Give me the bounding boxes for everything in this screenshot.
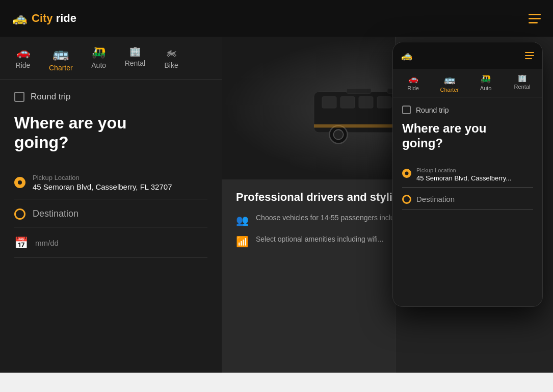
date-input-group[interactable]: 📅 mm/dd <box>14 229 207 257</box>
left-panel: 🚗 Ride 🚌 Charter 🛺 Auto 🏢 Rental 🏍 Bike <box>0 37 222 392</box>
auto-icon: 🛺 <box>92 46 106 59</box>
tab-bike[interactable]: 🏍 Bike <box>153 37 189 79</box>
mobile-tab-rental[interactable]: 🏢 Rental <box>504 69 540 97</box>
mobile-pickup-dot <box>402 169 411 178</box>
logo-city: City <box>32 12 53 24</box>
charter-icon: 🚌 <box>52 46 69 62</box>
destination-dot <box>14 208 25 220</box>
mobile-tab-charter[interactable]: 🚌 Charter <box>431 69 467 97</box>
mobile-ride-icon: 🚗 <box>408 74 418 84</box>
mobile-destination-dot <box>402 195 411 204</box>
mobile-where-heading: Where are you going? <box>402 121 533 151</box>
mobile-round-trip-checkbox[interactable] <box>402 106 411 114</box>
category-tabs: 🚗 Ride 🚌 Charter 🛺 Auto 🏢 Rental 🏍 Bike <box>0 37 222 80</box>
mobile-tab-rental-label: Rental <box>514 84 530 90</box>
rental-icon: 🏢 <box>129 46 141 57</box>
round-trip-row: Round trip <box>14 92 207 102</box>
svg-rect-2 <box>322 97 336 108</box>
tab-charter-label: Charter <box>49 64 73 72</box>
tab-charter[interactable]: 🚌 Charter <box>41 37 81 79</box>
mobile-hamburger-button[interactable] <box>525 52 534 59</box>
bike-icon: 🏍 <box>166 46 177 59</box>
svg-rect-14 <box>347 89 371 94</box>
mobile-destination-label: Destination <box>416 195 455 203</box>
tab-auto-label: Auto <box>91 61 106 69</box>
destination-label: Destination <box>33 208 78 219</box>
tab-rental-label: Rental <box>125 59 145 67</box>
tab-auto[interactable]: 🛺 Auto <box>81 37 117 79</box>
pickup-input-group[interactable]: Pickup Location 45 Semoran Blvd, Casselb… <box>14 167 207 199</box>
mobile-top-nav: 🚕 <box>393 42 542 69</box>
booking-form: Round trip Where are you going? Pickup L… <box>0 80 222 392</box>
pickup-label: Pickup Location <box>33 174 172 181</box>
mobile-logo-icon: 🚕 <box>401 50 412 61</box>
mobile-destination-group[interactable]: Destination <box>402 190 533 210</box>
mobile-pickup-group[interactable]: Pickup Location 45 Semoran Blvd, Casselb… <box>402 160 533 188</box>
wifi-icon: 📶 <box>236 236 249 248</box>
logo-text: City ride <box>32 12 76 25</box>
logo-car-icon: 🚕 <box>12 11 28 25</box>
svg-rect-4 <box>359 97 373 108</box>
mobile-rental-icon: 🏢 <box>518 74 526 82</box>
mobile-tab-ride-label: Ride <box>407 85 419 91</box>
round-trip-label: Round trip <box>31 92 70 102</box>
mobile-charter-icon: 🚌 <box>444 74 455 85</box>
logo-ride: ride <box>56 12 76 24</box>
calendar-icon: 📅 <box>14 237 28 250</box>
mobile-tab-charter-label: Charter <box>440 87 459 93</box>
svg-point-9 <box>333 129 343 139</box>
tab-ride-label: Ride <box>16 61 31 69</box>
mobile-pickup-label: Pickup Location <box>416 167 456 173</box>
people-icon: 👥 <box>236 214 249 226</box>
pickup-value: 45 Semoran Blvd, Casselberry, FL 32707 <box>33 182 172 191</box>
bottom-strip <box>0 373 553 392</box>
mobile-pickup-field[interactable]: Pickup Location 45 Semoran Blvd, Casselb… <box>416 165 511 182</box>
top-navigation: 🚕 City ride <box>0 0 553 37</box>
mobile-device-overlay: 🚕 🚗 Ride 🚌 Charter 🛺 Auto 🏢 Rental <box>392 42 543 307</box>
mobile-tab-auto[interactable]: 🛺 Auto <box>468 69 504 97</box>
hamburger-menu-button[interactable] <box>529 14 541 23</box>
mobile-tab-ride[interactable]: 🚗 Ride <box>395 69 431 97</box>
main-content: 🚗 Ride 🚌 Charter 🛺 Auto 🏢 Rental 🏍 Bike <box>0 37 553 392</box>
mobile-round-trip-row: Round trip <box>402 106 533 114</box>
destination-input-group[interactable]: Destination <box>14 201 207 227</box>
mobile-auto-icon: 🛺 <box>481 74 491 84</box>
mobile-tab-auto-label: Auto <box>480 85 492 91</box>
app-logo: 🚕 City ride <box>12 11 76 25</box>
tab-rental[interactable]: 🏢 Rental <box>117 37 153 79</box>
pickup-dot <box>14 177 25 188</box>
tab-bike-label: Bike <box>165 61 178 69</box>
pickup-field[interactable]: Pickup Location 45 Semoran Blvd, Casselb… <box>33 174 172 192</box>
where-heading: Where are you going? <box>14 113 207 152</box>
round-trip-checkbox[interactable] <box>14 92 24 102</box>
mobile-booking-form: Round trip Where are you going? Pickup L… <box>393 97 542 220</box>
date-placeholder: mm/dd <box>35 239 59 247</box>
mobile-category-tabs: 🚗 Ride 🚌 Charter 🛺 Auto 🏢 Rental <box>393 69 542 97</box>
svg-rect-3 <box>340 97 355 108</box>
tab-ride[interactable]: 🚗 Ride <box>5 37 41 79</box>
svg-rect-5 <box>377 97 391 108</box>
ride-icon: 🚗 <box>16 46 30 59</box>
mobile-pickup-value: 45 Semoran Blvd, Casselberry... <box>416 174 511 182</box>
info-text-2: Select optional amenities including wifi… <box>256 234 384 245</box>
mobile-round-trip-label: Round trip <box>416 106 449 114</box>
